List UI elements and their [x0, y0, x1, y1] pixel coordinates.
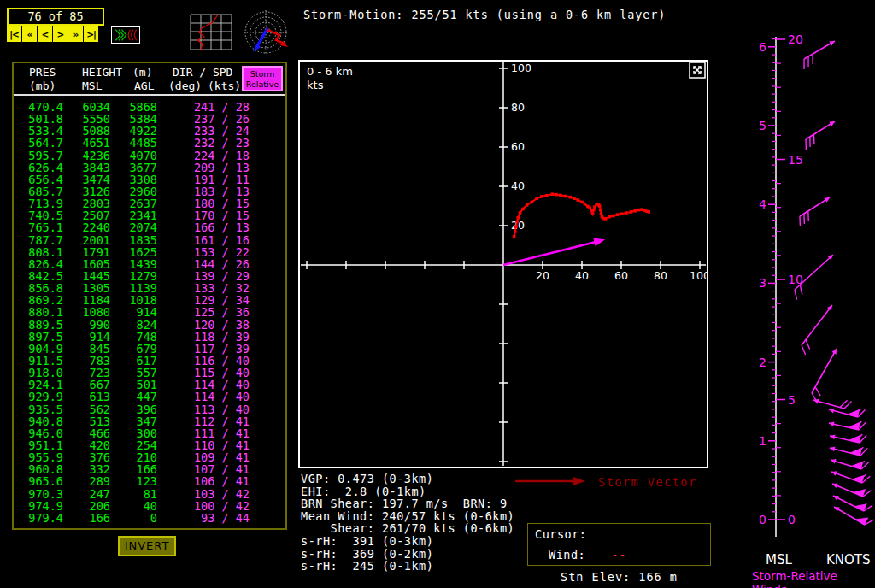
cursor-label: Cursor:	[535, 527, 586, 541]
sounding-table: PRES (mb) HEIGHT (m) MSL AGL DIR / SPD (…	[12, 62, 287, 530]
nav-button-1[interactable]: «	[22, 26, 38, 42]
svg-text:100: 100	[511, 62, 531, 74]
table-row: 955.9376210109 / 41	[14, 451, 285, 463]
svg-text:40: 40	[575, 269, 589, 282]
table-header: PRES (mb) HEIGHT (m) MSL AGL DIR / SPD (…	[14, 63, 285, 96]
svg-text:60: 60	[614, 269, 628, 282]
cursor-readout-box: Cursor: Wind:--	[527, 523, 711, 566]
table-row: 808.117911625153 / 22	[14, 246, 285, 258]
table-row: 740.525072341170 / 15	[14, 209, 285, 221]
table-row: 951.1420254110 / 41	[14, 439, 285, 451]
wind-row: Wind:--	[528, 544, 710, 565]
table-row: 656.434743308191 / 11	[14, 173, 285, 185]
col-deg-units: (deg)	[168, 79, 202, 92]
table-row: 974.920640100 / 42	[14, 500, 285, 512]
nav-button-5[interactable]: >|	[84, 26, 99, 42]
table-row: 564.746514485232 / 23	[14, 137, 285, 149]
col-dir-spd: DIR / SPD	[173, 66, 232, 79]
nav-button-4[interactable]: »	[68, 26, 84, 42]
table-row: 940.8513347112 / 41	[14, 415, 285, 427]
table-row: 626.438433677209 / 13	[14, 162, 285, 173]
hodograph-plot[interactable]: 20204040606080801001000 - 6 kmkts	[298, 60, 708, 468]
svg-text:40: 40	[511, 179, 525, 192]
wind-label: Wind:	[549, 548, 585, 562]
skewt-icon[interactable]	[190, 14, 233, 50]
table-row: 946.0466300111 / 41	[14, 427, 285, 439]
wind-barb	[834, 507, 873, 525]
svg-text:0: 0	[759, 513, 766, 526]
table-row: 960.8332166107 / 41	[14, 463, 285, 475]
storm-relative-wind-profile: 123456510152000	[731, 9, 875, 549]
svg-text:100: 100	[690, 269, 708, 282]
storm-motion-title: Storm-Motion: 255/51 kts (using a 0-6 km…	[303, 8, 666, 21]
table-row: 765.122402074166 / 13	[14, 221, 285, 233]
table-row: 889.5990824120 / 38	[14, 319, 285, 331]
table-row: 897.5914748118 / 39	[14, 331, 285, 343]
table-row: 929.9613447114 / 40	[14, 391, 285, 403]
col-pres-units: (mb)	[29, 79, 56, 92]
expand-plot-icon[interactable]	[690, 62, 705, 78]
stat-line: Shear: 261/70 kts (0-6km)	[301, 522, 514, 535]
wind-barb	[832, 484, 872, 497]
svg-text:2: 2	[759, 356, 766, 369]
wind-barb	[812, 349, 837, 402]
nav-button-0[interactable]: |<	[7, 26, 22, 42]
svg-text:60: 60	[511, 140, 525, 153]
nav-button-2[interactable]: <	[38, 26, 53, 42]
col-height-units: (m)	[132, 66, 152, 79]
table-row: 904.9845679117 / 39	[14, 343, 285, 355]
col-height: HEIGHT	[82, 66, 122, 79]
sounding-counter: 76 of 85	[7, 8, 104, 26]
table-row: 470.460345868241 / 28	[14, 101, 285, 113]
wind-barb	[830, 434, 866, 443]
table-row: 713.928032637180 / 15	[14, 197, 285, 209]
cursor-row: Cursor:	[528, 524, 710, 544]
table-row: 918.0723557115 / 40	[14, 367, 285, 379]
invert-button[interactable]: INVERT	[118, 536, 176, 556]
table-row: 595.742364070224 / 18	[14, 150, 285, 162]
table-row: 970.324781103 / 42	[14, 488, 285, 500]
svg-text:1: 1	[759, 434, 766, 448]
table-row: 533.450884922233 / 24	[14, 125, 285, 137]
knots-axis-label: KNOTS	[826, 552, 871, 567]
wind-barb	[830, 447, 867, 456]
col-pres: PRES	[29, 66, 56, 79]
msl-axis-label: MSL	[766, 552, 792, 567]
wind-value: --	[611, 548, 626, 562]
wind-barb	[831, 471, 870, 483]
table-row: 869.211841018129 / 34	[14, 294, 285, 306]
stat-line: s-rH: 391 (0-3km)	[301, 535, 514, 548]
table-row: 501.855505384237 / 26	[14, 113, 285, 125]
table-row: 880.11080914125 / 36	[14, 306, 285, 318]
app-window: 76 of 85 |<«<>»>| Storm-Moti	[0, 0, 875, 588]
wind-barb	[831, 459, 869, 469]
table-row: 685.731262960183 / 13	[14, 185, 285, 197]
stat-line: Mean Wind: 240/57 kts (0-6km)	[301, 510, 514, 523]
table-row: 856.813051139133 / 32	[14, 282, 285, 294]
svg-text:kts: kts	[307, 79, 324, 91]
wind-barb	[800, 197, 830, 226]
col-msl: MSL	[82, 79, 102, 92]
svg-text:0: 0	[788, 513, 796, 526]
svg-text:0 - 6 km: 0 - 6 km	[307, 65, 353, 78]
svg-text:4: 4	[759, 197, 766, 211]
stat-line: BRN Shear: 197.7 m/s BRN: 9	[301, 497, 514, 510]
col-agl: AGL	[134, 79, 154, 92]
stat-line: EHI: 2.8 (0-1km)	[301, 485, 514, 498]
svg-text:20: 20	[536, 269, 549, 282]
wind-barb	[804, 41, 835, 69]
stat-line: s-rH: 245 (0-1km)	[301, 560, 514, 573]
table-row: 924.1667501114 / 40	[14, 379, 285, 391]
storm-relative-button[interactable]: Storm Relative	[242, 66, 283, 91]
svg-text:6: 6	[759, 40, 766, 54]
hodograph-icon[interactable]	[243, 9, 289, 56]
svg-text:5: 5	[788, 393, 796, 407]
table-row: 979.4166093 / 44	[14, 512, 285, 524]
nav-button-3[interactable]: >	[53, 26, 68, 42]
wind-barb-toggle-icon[interactable]	[111, 26, 140, 44]
svg-text:3: 3	[759, 276, 766, 290]
table-row: 826.416051439144 / 26	[14, 258, 285, 270]
table-row: 787.720011835161 / 16	[14, 234, 285, 246]
wind-barb	[813, 399, 852, 409]
wind-barb	[829, 421, 866, 430]
